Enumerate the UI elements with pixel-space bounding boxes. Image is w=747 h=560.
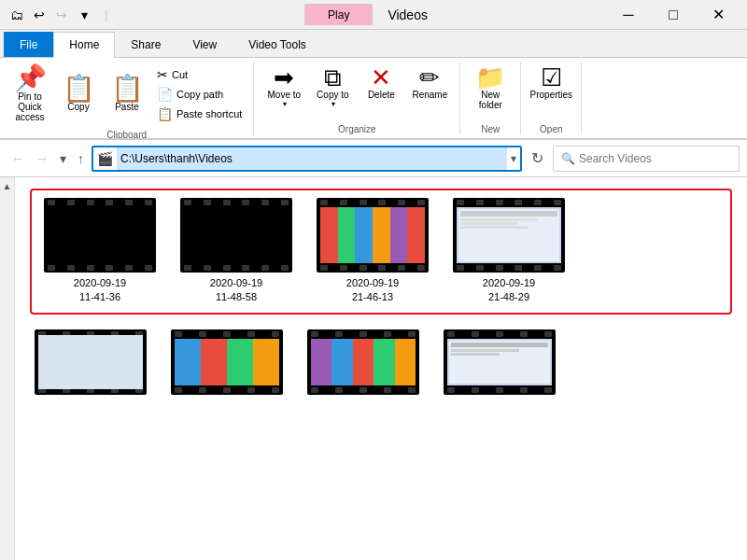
ribbon-content: 📌 Pin to Quickaccess 📋 Copy 📋 Paste ✂ Cu…	[0, 58, 747, 140]
film-strip-5	[35, 329, 147, 395]
close-button[interactable]: ✕	[697, 4, 740, 26]
clipboard-group: 📌 Pin to Quickaccess 📋 Copy 📋 Paste ✂ Cu…	[0, 62, 254, 134]
pin-label: Pin to Quickaccess	[9, 91, 50, 122]
tab-share[interactable]: Share	[115, 32, 176, 57]
title-center: Play Videos	[304, 4, 443, 26]
undo-icon[interactable]: ↩	[30, 6, 49, 24]
film-strip-7	[307, 329, 419, 395]
organize-group: ➡ Move to ⧉ Copy to ✕ Delete ✏ Rename Or…	[254, 62, 460, 134]
title-bar: 🗂 ↩ ↪ ▾ | Play Videos ─ □ ✕	[0, 0, 747, 30]
tab-file[interactable]: File	[4, 32, 53, 57]
file-thumb-4	[453, 198, 565, 273]
file-item-3[interactable]: 2020-09-1921-46-13	[312, 198, 433, 305]
nav-bar: ← → ▾ ↑ 🎬 ▾ ↻ 🔍	[0, 140, 747, 177]
thumb-content-2	[184, 207, 289, 263]
file-label-3: 2020-09-1921-46-13	[346, 276, 399, 305]
maximize-button[interactable]: □	[652, 4, 695, 26]
redo-icon: ↪	[52, 6, 71, 24]
file-thumb-6	[171, 329, 283, 395]
search-icon: 🔍	[561, 152, 575, 165]
paste-shortcut-button[interactable]: 📋 Paste shortcut	[153, 105, 246, 123]
search-bar[interactable]: 🔍	[553, 146, 740, 172]
copy-path-label: Copy path	[176, 89, 223, 100]
up-button[interactable]: ↑	[74, 149, 88, 168]
file-item-1[interactable]: 2020-09-1911-41-36	[39, 198, 161, 305]
copy-to-button[interactable]: ⧉ Copy to	[310, 62, 355, 112]
thumb-content-1	[48, 207, 152, 263]
thumb-content-5	[38, 339, 143, 385]
properties-icon: ☑	[541, 65, 562, 90]
new-group: 📁 Newfolder New	[460, 62, 521, 134]
film-strip-2	[180, 198, 292, 273]
search-input[interactable]	[579, 152, 710, 165]
paste-button[interactable]: 📋 Paste	[105, 72, 149, 116]
cut-label: Cut	[172, 69, 188, 80]
new-folder-button[interactable]: 📁 Newfolder	[468, 62, 513, 114]
dropdown-icon[interactable]: ▾	[75, 6, 93, 24]
app-icon: 🗂	[7, 6, 26, 24]
new-folder-icon: 📁	[475, 65, 505, 90]
file-item-2[interactable]: 2020-09-1911-48-58	[176, 198, 297, 305]
file-thumb-5	[35, 329, 147, 395]
recent-locations-button[interactable]: ▾	[56, 149, 70, 168]
tab-home[interactable]: Home	[53, 32, 115, 58]
paste-shortcut-label: Paste shortcut	[176, 108, 242, 119]
main-content: ▲	[0, 177, 747, 560]
thumb-content-6	[175, 339, 279, 385]
move-to-icon: ➡	[274, 65, 294, 90]
file-item-7[interactable]	[303, 329, 424, 395]
copy-path-button[interactable]: 📄 Copy path	[153, 85, 246, 104]
file-item-5[interactable]	[30, 329, 151, 395]
file-thumb-3	[317, 198, 429, 273]
file-thumb-1	[44, 198, 156, 273]
forward-button[interactable]: →	[32, 149, 52, 168]
copy-label: Copy	[67, 102, 89, 112]
clipboard-items: 📌 Pin to Quickaccess 📋 Copy 📋 Paste ✂ Cu…	[7, 62, 246, 126]
scrollbar[interactable]: ▲	[0, 177, 15, 560]
film-strip-3	[317, 198, 429, 273]
move-to-label: Move to	[268, 90, 302, 100]
file-label-1: 2020-09-1911-41-36	[74, 276, 126, 305]
address-bar[interactable]: 🎬 ▾	[92, 146, 522, 172]
file-area: 2020-09-1911-41-36	[15, 177, 747, 560]
separator: |	[97, 6, 116, 24]
copy-button[interactable]: 📋 Copy	[56, 72, 101, 116]
thumb-content-8	[447, 339, 552, 385]
open-items: ☑ Properties	[529, 62, 573, 120]
new-label: New	[481, 120, 500, 134]
delete-label: Delete	[368, 90, 395, 100]
file-item-8[interactable]	[439, 329, 560, 395]
back-button[interactable]: ←	[7, 149, 28, 168]
paste-shortcut-icon: 📋	[157, 106, 173, 121]
tab-videotools[interactable]: Video Tools	[233, 32, 322, 57]
pin-to-quick-access-button[interactable]: 📌 Pin to Quickaccess	[7, 62, 52, 126]
open-label: Open	[540, 120, 562, 134]
tab-view[interactable]: View	[176, 32, 233, 57]
copy-to-icon: ⧉	[324, 65, 342, 90]
quick-access-icons: 🗂 ↩ ↪ ▾ |	[7, 6, 116, 24]
file-item-6[interactable]	[166, 329, 288, 395]
new-folder-label: Newfolder	[479, 90, 502, 110]
window-title: Videos	[373, 4, 443, 26]
file-item-4[interactable]: 2020-09-1921-48-29	[448, 198, 570, 305]
rename-label: Rename	[412, 90, 447, 100]
ribbon-tab-bar: File Home Share View Video Tools	[0, 30, 747, 58]
delete-button[interactable]: ✕ Delete	[359, 62, 403, 104]
properties-button[interactable]: ☑ Properties	[529, 62, 573, 104]
open-group: ☑ Properties Open	[521, 62, 582, 134]
film-strip-8	[444, 329, 556, 395]
clipboard-small-group: ✂ Cut 📄 Copy path 📋 Paste shortcut	[153, 65, 246, 123]
video-folder-icon: 🎬	[93, 151, 117, 166]
film-strip-6	[171, 329, 283, 395]
cut-button[interactable]: ✂ Cut	[153, 65, 246, 84]
rename-button[interactable]: ✏ Rename	[407, 62, 452, 104]
move-to-button[interactable]: ➡ Move to	[261, 62, 306, 112]
refresh-button[interactable]: ↻	[526, 147, 549, 169]
scroll-up-arrow[interactable]: ▲	[3, 181, 12, 191]
minimize-button[interactable]: ─	[607, 4, 650, 26]
file-label-4: 2020-09-1921-48-29	[483, 276, 535, 305]
thumb-content-3	[320, 207, 425, 263]
address-input[interactable]	[117, 147, 507, 170]
file-label-2: 2020-09-1911-48-58	[210, 276, 262, 305]
address-chevron-icon[interactable]: ▾	[507, 152, 520, 165]
